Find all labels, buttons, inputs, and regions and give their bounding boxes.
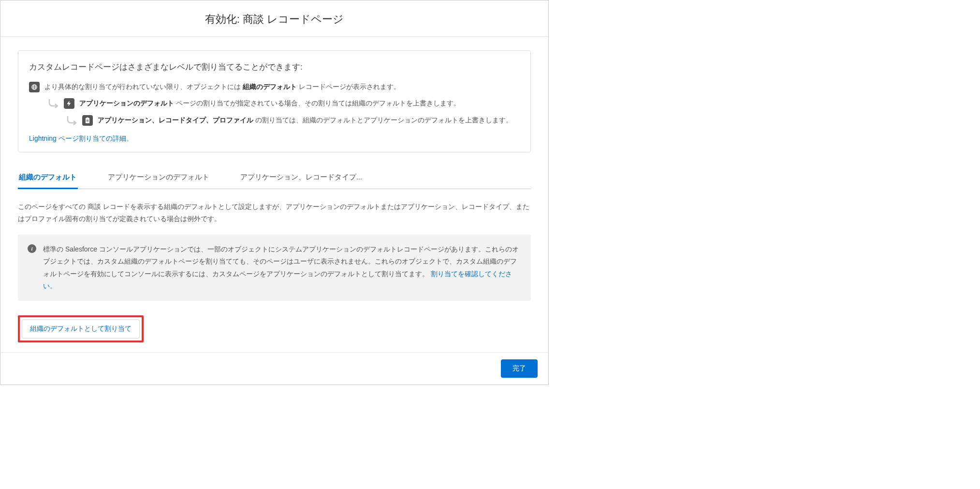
globe-icon <box>29 82 40 92</box>
level-org-text: より具体的な割り当てが行われていない限り、オブジェクトには 組織のデフォルト レ… <box>44 81 520 93</box>
activation-modal: 有効化: 商談 レコードページ カスタムレコードページはさまざまなレベルで割り当… <box>0 0 549 385</box>
info-link-row: Lightning ページ割り当ての詳細。 <box>29 134 520 143</box>
info-card: カスタムレコードページはさまざまなレベルで割り当てることができます: より具体的… <box>18 50 531 152</box>
info-icon: i <box>28 244 36 253</box>
tabs: 組織のデフォルト アプリケーションのデフォルト アプリケーション、レコードタイプ… <box>18 167 531 189</box>
assign-button-highlight: 組織のデフォルトとして割り当て <box>18 315 144 342</box>
tab-app-default[interactable]: アプリケーションのデフォルト <box>107 167 210 189</box>
modal-header: 有効化: 商談 レコードページ <box>0 0 548 37</box>
arrow-down-right-icon <box>66 115 78 127</box>
level-app-default: アプリケーションのデフォルト ページの割り当てが指定されている場合、その割り当て… <box>47 98 520 110</box>
info-alert: i 標準の Salesforce コンソールアプリケーションでは、一部のオブジェ… <box>18 235 531 301</box>
arrow-down-right-icon <box>47 98 60 110</box>
tab-description: このページをすべての 商談 レコードを表示する組織のデフォルトとして設定しますが… <box>18 201 531 225</box>
tab-content-org-default: このページをすべての 商談 レコードを表示する組織のデフォルトとして設定しますが… <box>18 201 531 342</box>
bolt-icon <box>64 98 74 109</box>
level-org-default: より具体的な割り当てが行われていない限り、オブジェクトには 組織のデフォルト レ… <box>29 81 520 93</box>
assign-as-org-default-button[interactable]: 組織のデフォルトとして割り当て <box>22 319 140 339</box>
lightning-assignment-details-link[interactable]: Lightning ページ割り当ての詳細。 <box>29 134 133 142</box>
tab-org-default[interactable]: 組織のデフォルト <box>18 167 78 189</box>
modal-footer: 完了 <box>0 352 548 385</box>
modal-body: カスタムレコードページはさまざまなレベルで割り当てることができます: より具体的… <box>0 37 548 352</box>
level-app-record-profile: アプリケーション、レコードタイプ、プロファイル の割り当ては、組織のデフォルトと… <box>66 115 520 127</box>
tab-app-record-type[interactable]: アプリケーション、レコードタイプ... <box>239 167 363 189</box>
done-button[interactable]: 完了 <box>501 359 538 378</box>
clipboard-icon <box>82 115 93 126</box>
level-profile-text: アプリケーション、レコードタイプ、プロファイル の割り当ては、組織のデフォルトと… <box>98 115 520 126</box>
info-card-title: カスタムレコードページはさまざまなレベルで割り当てることができます: <box>29 61 520 73</box>
alert-text: 標準の Salesforce コンソールアプリケーションでは、一部のオブジェクト… <box>43 243 521 292</box>
modal-title: 有効化: 商談 レコードページ <box>0 12 548 27</box>
level-app-text: アプリケーションのデフォルト ページの割り当てが指定されている場合、その割り当て… <box>79 98 520 109</box>
